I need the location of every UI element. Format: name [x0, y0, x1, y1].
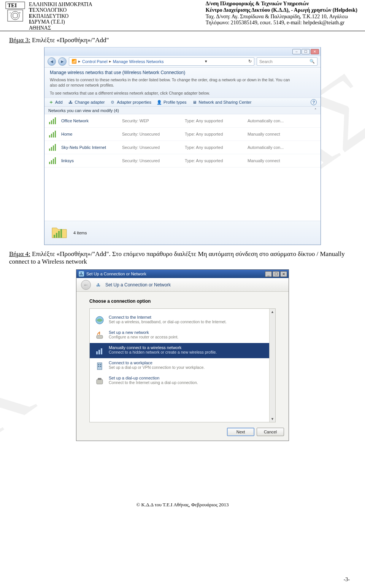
- option-connect-internet[interactable]: Connect to the Internet Set up a wireles…: [90, 313, 275, 328]
- svg-rect-12: [53, 132, 54, 138]
- back-button[interactable]: ◄: [48, 57, 56, 66]
- option-title: Set up a dial-up connection: [109, 376, 198, 380]
- network-list: Office Network Security: WEP Type: Any s…: [44, 114, 321, 168]
- network-security: Security: Unsecured: [122, 132, 185, 136]
- maximize-button[interactable]: ☐: [302, 49, 310, 54]
- window-icon: 🖧: [79, 271, 84, 277]
- svg-rect-34: [98, 366, 99, 367]
- cancel-button[interactable]: Cancel: [257, 428, 284, 436]
- networks-subheader: Networks you can view and modify (4) ˄: [44, 107, 321, 114]
- network-type: Type: Any supported: [185, 158, 248, 163]
- step-label: Βήμα 4:: [9, 250, 30, 258]
- svg-rect-11: [51, 134, 52, 138]
- svg-text:A: A: [10, 12, 11, 14]
- option-desc: Connect to a hidden network or create a …: [109, 350, 217, 354]
- step-4-heading: Βήμα 4: Επιλέξτε «Προσθήκη»/"Add". Στο ε…: [9, 250, 356, 266]
- breadcrumb-item[interactable]: Control Panel: [82, 59, 108, 64]
- router-icon: [94, 330, 105, 341]
- search-input[interactable]: Search 🔍: [257, 57, 317, 66]
- network-mode: Manually connect: [248, 158, 280, 163]
- address-row: ◄ ► 📶 ▸ Control Panel ▸ Manage Wireless …: [44, 56, 321, 68]
- network-type: Type: Any supported: [185, 132, 248, 136]
- caret-up-icon[interactable]: ˄: [314, 108, 317, 113]
- network-security: Security: WEP: [122, 119, 185, 123]
- toolbar: ＋Add 🖧Change adapter ⚙Adapter properties…: [44, 98, 321, 107]
- network-row[interactable]: linksys Security: Unsecured Type: Any su…: [44, 154, 321, 168]
- svg-rect-8: [53, 119, 54, 124]
- network-type: Type: Any supported: [185, 145, 248, 150]
- option-desc: Connect to the Internet using a dial-up …: [109, 380, 198, 385]
- breadcrumb-item[interactable]: Manage Wireless Networks: [113, 59, 164, 64]
- titlebar: 🖧 Set Up a Connection or Network _ ☐ ✕: [76, 270, 289, 278]
- scroll-down-icon[interactable]: ▼: [270, 416, 275, 422]
- help-icon[interactable]: ?: [311, 99, 317, 105]
- svg-rect-30: [101, 348, 102, 354]
- next-button[interactable]: Next: [227, 428, 254, 436]
- wizard-title: Set Up a Connection or Network: [105, 282, 171, 288]
- svg-point-3: [11, 11, 19, 20]
- manage-wireless-window: – ☐ ✕ ◄ ► 📶 ▸ Control Panel ▸ Manage Wir…: [44, 47, 321, 245]
- phone-line: Τηλέφωνο: 2105385149, εσωτ. 5149, e-mail…: [206, 20, 357, 26]
- building-icon: [94, 360, 105, 371]
- option-dialup[interactable]: Set up a dial-up connection Connect to t…: [90, 373, 275, 389]
- page-number: -3-: [344, 577, 350, 583]
- network-mode: Automatically con...: [248, 119, 284, 123]
- step-label: Βήμα 3:: [9, 36, 30, 44]
- network-name: Sky-Nets Public Internet: [61, 145, 122, 150]
- maximize-button[interactable]: ☐: [273, 271, 279, 277]
- change-adapter-button[interactable]: 🖧Change adapter: [68, 100, 105, 105]
- forward-button[interactable]: ►: [58, 57, 67, 66]
- org-line: ΤΕΧΝΟΛΟΓΙΚΟ: [29, 7, 92, 13]
- document-footer: © Κ.Δ.Δ του Τ.Ε.Ι Αθήνας, Φεβρουάριος 20…: [0, 502, 365, 508]
- svg-rect-14: [49, 149, 50, 151]
- plus-icon: ＋: [48, 100, 54, 105]
- close-button[interactable]: ✕: [311, 49, 319, 54]
- option-workplace[interactable]: Connect to a workplace Set up a dial-up …: [90, 358, 275, 373]
- scrollbar[interactable]: ▲ ▼: [269, 309, 275, 422]
- step-text: Επιλέξτε «Προσθήκη»/"Add": [30, 36, 109, 44]
- network-row[interactable]: Home Security: Unsecured Type: Any suppo…: [44, 128, 321, 141]
- wizard-header: ← 🖧 Set Up a Connection or Network: [76, 278, 289, 292]
- network-row[interactable]: Sky-Nets Public Internet Security: Unsec…: [44, 141, 321, 154]
- network-name: Office Network: [61, 119, 122, 123]
- svg-rect-29: [98, 350, 100, 354]
- status-bar: 4 items: [44, 221, 321, 245]
- org-info: ΕΛΛΗΝΙΚΗ ΔΗΜΟΚΡΑΤΙΑ ΤΕΧΝΟΛΟΓΙΚΟ ΕΚΠΑΙΔΕΥ…: [29, 1, 92, 31]
- svg-rect-35: [100, 366, 101, 367]
- svg-rect-28: [96, 351, 98, 354]
- network-signal-icon: [48, 130, 58, 138]
- dropdown-icon[interactable]: ▾: [205, 59, 207, 64]
- svg-rect-9: [55, 117, 56, 124]
- network-mode: Manually connect: [248, 132, 280, 136]
- back-button[interactable]: ←: [81, 280, 91, 290]
- scroll-up-icon[interactable]: ▲: [270, 309, 275, 315]
- network-mode: Automatically con...: [248, 145, 284, 150]
- globe-icon: [94, 315, 105, 326]
- search-icon: 🔍: [309, 59, 315, 64]
- items-count: 4 items: [73, 231, 87, 235]
- svg-text:Θ: Θ: [19, 12, 21, 14]
- svg-rect-13: [55, 131, 56, 138]
- network-row[interactable]: Office Network Security: WEP Type: Any s…: [44, 114, 321, 128]
- header-right: Δ/νση Πληροφορικής & Τεχνικών Υπηρεσιών …: [206, 1, 357, 26]
- option-manually-connect[interactable]: Manually connect to a wireless network C…: [90, 343, 275, 358]
- minimize-button[interactable]: –: [292, 49, 301, 54]
- addr-line: Ταχ. Δ/νση: Αγ. Σπυρίδωνα & Παλληκαρίδη,…: [206, 14, 357, 20]
- option-desc: Configure a new router or access point.: [109, 335, 178, 339]
- document-header: TEI A Θ ΕΛΛΗΝΙΚΗ ΔΗΜΟΚΡΑΤΙΑ ΤΕΧΝΟΛΟΓΙΚΟ …: [0, 0, 365, 31]
- button-row: Next Cancel: [76, 424, 289, 441]
- add-button[interactable]: ＋Add: [48, 100, 63, 105]
- profile-types-button[interactable]: 👤Profile types: [157, 100, 187, 105]
- svg-rect-22: [54, 235, 55, 238]
- svg-rect-31: [97, 363, 102, 370]
- svg-rect-24: [58, 231, 60, 238]
- adapter-properties-button[interactable]: ⚙Adapter properties: [110, 100, 151, 105]
- refresh-icon[interactable]: ↻: [248, 59, 252, 64]
- network-sharing-center-button[interactable]: 🖥Network and Sharing Center: [192, 100, 252, 105]
- address-bar[interactable]: 📶 ▸ Control Panel ▸ Manage Wireless Netw…: [69, 57, 254, 66]
- close-button[interactable]: ✕: [280, 271, 287, 277]
- minimize-button[interactable]: _: [265, 271, 272, 277]
- option-new-network[interactable]: Set up a new network Configure a new rou…: [90, 328, 275, 343]
- step-3-heading: Βήμα 3: Επιλέξτε «Προσθήκη»/"Add": [9, 36, 356, 44]
- network-signal-icon: [48, 143, 58, 152]
